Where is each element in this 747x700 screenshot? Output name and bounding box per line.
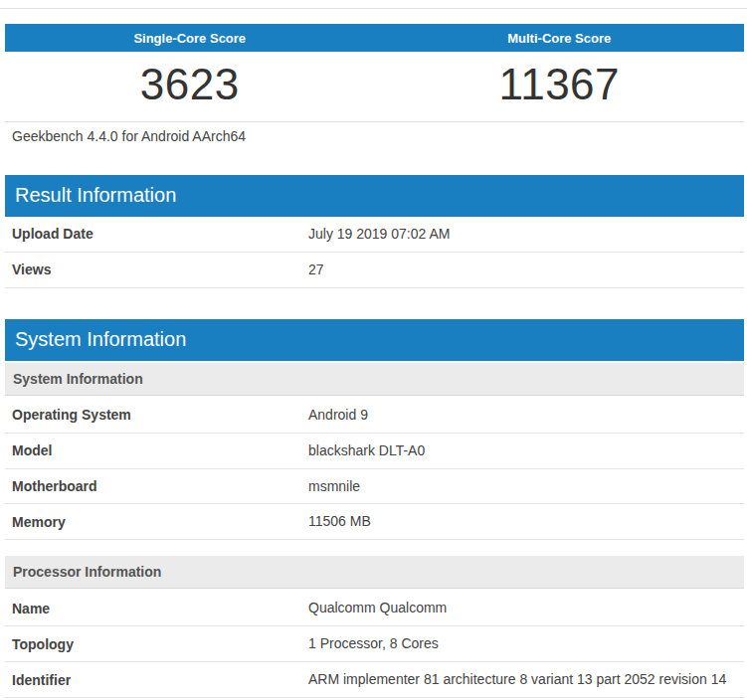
row-value: Qualcomm Qualcomm bbox=[308, 591, 744, 625]
top-divider bbox=[0, 8, 747, 9]
row-value: Android 9 bbox=[308, 398, 744, 433]
row-label: Views bbox=[5, 254, 308, 285]
row-label: Motherboard bbox=[5, 470, 308, 502]
multi-core-score-label: Multi-Core Score bbox=[375, 24, 745, 52]
row-value: msmnile bbox=[308, 469, 744, 504]
geekbench-result-page: Single-Core Score Multi-Core Score 3623 … bbox=[0, 8, 747, 700]
row-label: Name bbox=[5, 593, 308, 624]
row-value: ARM implementer 81 architecture 8 varian… bbox=[308, 662, 744, 697]
single-core-score-label: Single-Core Score bbox=[5, 24, 375, 52]
row-label: Upload Date bbox=[5, 218, 308, 250]
table-row: Motherboard msmnile bbox=[5, 469, 744, 505]
row-label: Operating System bbox=[5, 399, 308, 431]
table-row: Views 27 bbox=[5, 253, 744, 288]
row-value: July 19 2019 07:02 AM bbox=[308, 217, 744, 252]
row-value: 27 bbox=[308, 253, 744, 287]
table-row: Operating System Android 9 bbox=[5, 398, 744, 434]
row-value: 1 Processor, 8 Cores bbox=[308, 626, 744, 661]
table-row: Model blackshark DLT-A0 bbox=[5, 434, 744, 469]
score-values: 3623 11367 bbox=[5, 52, 744, 121]
row-label: Model bbox=[5, 435, 308, 466]
table-row: Identifier ARM implementer 81 architectu… bbox=[5, 662, 744, 698]
benchmark-version-caption: Geekbench 4.4.0 for Android AArch64 bbox=[5, 122, 744, 144]
system-information-header: System Information bbox=[5, 319, 744, 361]
row-label: Topology bbox=[5, 628, 308, 660]
page-content: Single-Core Score Multi-Core Score 3623 … bbox=[5, 24, 744, 700]
row-label: Identifier bbox=[5, 664, 308, 696]
result-information-section: Result Information Upload Date July 19 2… bbox=[5, 175, 744, 288]
score-banner: Single-Core Score Multi-Core Score bbox=[5, 24, 744, 52]
multi-core-score-value: 11367 bbox=[375, 60, 745, 109]
system-information-subheader: System Information bbox=[5, 363, 744, 396]
system-information-section: System Information System Information Op… bbox=[5, 319, 744, 700]
table-row: Upload Date July 19 2019 07:02 AM bbox=[5, 217, 744, 253]
table-row: Topology 1 Processor, 8 Cores bbox=[5, 626, 744, 662]
result-information-header: Result Information bbox=[5, 175, 744, 217]
row-value: 11506 MB bbox=[308, 504, 744, 539]
table-row: Name Qualcomm Qualcomm bbox=[5, 591, 744, 626]
table-row: Memory 11506 MB bbox=[5, 504, 744, 540]
row-label: Memory bbox=[5, 506, 308, 538]
row-value: blackshark DLT-A0 bbox=[308, 434, 744, 468]
processor-information-subheader: Processor Information bbox=[5, 556, 744, 589]
single-core-score-value: 3623 bbox=[5, 60, 375, 109]
